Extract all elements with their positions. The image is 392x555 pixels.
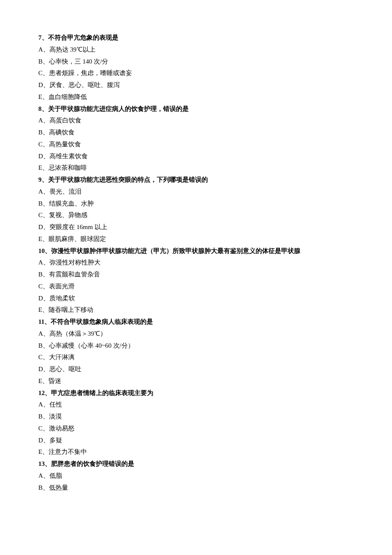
option: D、厌食、恶心、呕吐、腹泻: [38, 79, 354, 91]
option: E、注意力不集中: [38, 446, 354, 458]
option: A、高热达 39℃以上: [38, 44, 354, 56]
question-stem: 13、肥胖患者的饮食护理错误的是: [38, 458, 354, 470]
option: A、低脂: [38, 470, 354, 482]
option: E、眼肌麻痹、眼球固定: [38, 233, 354, 245]
option: A、任性: [38, 399, 354, 411]
option: A、弥漫性对称性肿大: [38, 257, 354, 269]
option: B、淡漠: [38, 411, 354, 423]
question-7: 7、不符合甲亢危象的表现是 A、高热达 39℃以上 B、心率快，三 140 次/…: [38, 32, 354, 103]
option: C、表面光滑: [38, 281, 354, 293]
option: D、高维生素饮食: [38, 151, 354, 163]
option: E、血白细胞降低: [38, 91, 354, 103]
question-12: 12、甲亢症患者情绪上的临床表现主要为 A、任性 B、淡漠 C、激动易怒 D、多…: [38, 387, 354, 459]
option: B、结膜充血、水肿: [38, 198, 354, 210]
question-9: 9、关于甲状腺功能亢进恶性突眼的特点，下列哪项是错误的 A、畏光、流泪 B、结膜…: [38, 174, 354, 245]
option: C、复视、异物感: [38, 209, 354, 221]
option: A、畏光、流泪: [38, 186, 354, 198]
question-13: 13、肥胖患者的饮食护理错误的是 A、低脂 B、低热量: [38, 458, 354, 494]
question-stem: 9、关于甲状腺功能亢进恶性突眼的特点，下列哪项是错误的: [38, 174, 354, 186]
option: B、心率减慢（心率 40~60 次/分）: [38, 340, 354, 352]
question-11: 11、不符合甲状腺危象病人临床表现的是 A、高热（体温＞39℃） B、心率减慢（…: [38, 316, 354, 387]
option: A、高蛋白饮食: [38, 115, 354, 127]
option: B、心率快，三 140 次/分: [38, 56, 354, 68]
option: C、大汗淋漓: [38, 352, 354, 363]
option: C、患者烦躁，焦虑，嗜睡或谵妄: [38, 67, 354, 79]
option: D、质地柔软: [38, 293, 354, 305]
option: B、高碘饮食: [38, 127, 354, 139]
option: D、突眼度在 16mm 以上: [38, 221, 354, 233]
question-stem: 12、甲亢症患者情绪上的临床表现主要为: [38, 387, 354, 399]
option: D、恶心、呕吐: [38, 363, 354, 375]
question-stem: 8、关于甲状腺功能亢进症病人的饮食护理，错误的是: [38, 103, 354, 115]
option: D、多疑: [38, 435, 354, 447]
option: E、随吞咽上下移动: [38, 304, 354, 316]
page-content: 7、不符合甲亢危象的表现是 A、高热达 39℃以上 B、心率快，三 140 次/…: [0, 0, 392, 555]
question-stem: 7、不符合甲亢危象的表现是: [38, 32, 354, 44]
option: B、低热量: [38, 482, 354, 494]
option: E、昏迷: [38, 375, 354, 387]
option: C、激动易怒: [38, 423, 354, 435]
question-8: 8、关于甲状腺功能亢进症病人的饮食护理，错误的是 A、高蛋白饮食 B、高碘饮食 …: [38, 103, 354, 174]
option: B、有震颤和血管杂音: [38, 269, 354, 281]
question-stem: 10、弥漫性甲状腺肿伴甲状腺功能亢进（甲亢）所致甲状腺肿大最有鉴别意义的体征是甲…: [38, 245, 354, 257]
option: A、高热（体温＞39℃）: [38, 328, 354, 340]
question-stem: 11、不符合甲状腺危象病人临床表现的是: [38, 316, 354, 328]
option: C、高热量饮食: [38, 139, 354, 151]
question-10: 10、弥漫性甲状腺肿伴甲状腺功能亢进（甲亢）所致甲状腺肿大最有鉴别意义的体征是甲…: [38, 245, 354, 317]
option: E、忌浓茶和咖啡: [38, 162, 354, 174]
